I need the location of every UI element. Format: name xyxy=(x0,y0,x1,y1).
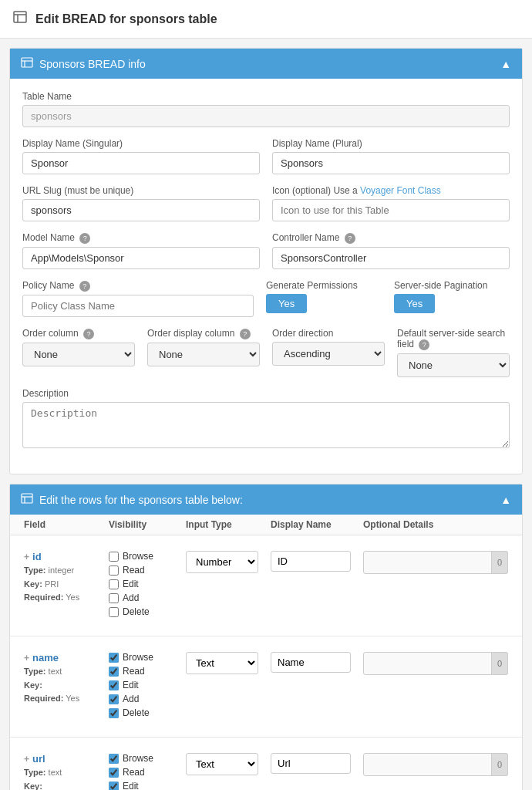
policy-name-input[interactable] xyxy=(22,295,254,317)
visibility-browse-label: Browse xyxy=(123,551,153,562)
display-name-singular-group: Display Name (Singular) xyxy=(22,138,260,174)
visibility-edit-checkbox[interactable] xyxy=(109,680,119,690)
order-display-column-help-icon[interactable]: ? xyxy=(240,329,251,339)
edit-rows-icon xyxy=(21,492,33,507)
field-input-type-col: NumberTextTextAreaCheckboxImage xyxy=(180,652,264,674)
field-row: + id Type: integer Key: PRI Required: Ye… xyxy=(10,535,522,636)
visibility-edit-item: Edit xyxy=(109,781,173,790)
input-type-select[interactable]: NumberTextTextAreaCheckboxImage xyxy=(186,753,258,775)
field-name-col: + url Type: text Key: Required: Yes xyxy=(18,753,103,790)
visibility-read-label: Read xyxy=(123,565,145,576)
optional-detail-expand-btn[interactable]: 0 xyxy=(491,551,508,574)
order-direction-select[interactable]: Ascending Descending xyxy=(272,342,385,366)
order-column-help-icon[interactable]: ? xyxy=(83,329,94,339)
display-name-input[interactable] xyxy=(271,551,351,572)
description-group: Description xyxy=(22,388,510,451)
edit-rows-header[interactable]: Edit the rows for the sponsors table bel… xyxy=(10,484,522,515)
edit-rows-card: Edit the rows for the sponsors table bel… xyxy=(9,484,523,790)
visibility-edit-item: Edit xyxy=(109,579,173,589)
field-display-name-col xyxy=(264,551,357,572)
edit-rows-collapse-icon: ▲ xyxy=(500,494,511,506)
visibility-add-checkbox[interactable] xyxy=(109,593,119,603)
url-slug-input[interactable] xyxy=(22,199,260,221)
server-side-pagination-label: Server-side Pagination xyxy=(394,280,510,291)
field-plus-icon[interactable]: + xyxy=(24,754,29,765)
display-name-input[interactable] xyxy=(271,753,351,774)
voyager-font-link[interactable]: Voyager Font Class xyxy=(360,185,441,196)
controller-name-help-icon[interactable]: ? xyxy=(345,233,355,244)
page-header: Edit BREAD for sponsors table xyxy=(0,0,532,39)
default-search-field-select[interactable]: None xyxy=(397,353,510,377)
field-plus-icon[interactable]: + xyxy=(24,653,29,663)
bread-table-header: Field Visibility Input Type Display Name… xyxy=(10,515,522,535)
visibility-edit-checkbox[interactable] xyxy=(109,579,119,589)
generate-permissions-button[interactable]: Yes xyxy=(266,294,307,313)
field-visibility-col: Browse Read Edit Add Delete xyxy=(103,753,180,790)
svg-rect-3 xyxy=(22,58,32,67)
field-meta: Type: integer Key: PRI Required: Yes xyxy=(24,564,96,605)
field-visibility-col: Browse Read Edit Add Delete xyxy=(103,551,180,620)
icon-input[interactable] xyxy=(272,199,510,221)
visibility-browse-checkbox[interactable] xyxy=(109,653,119,663)
visibility-read-item: Read xyxy=(109,565,173,576)
field-optional-col: 0 xyxy=(357,753,514,776)
display-name-singular-input[interactable] xyxy=(22,152,260,174)
visibility-browse-item: Browse xyxy=(109,753,173,764)
svg-rect-0 xyxy=(14,12,26,22)
field-rows-container: + id Type: integer Key: PRI Required: Ye… xyxy=(10,535,522,790)
model-name-help-icon[interactable]: ? xyxy=(79,233,90,244)
visibility-delete-label: Delete xyxy=(123,707,150,718)
optional-detail-expand-btn[interactable]: 0 xyxy=(491,753,508,776)
field-optional-col: 0 xyxy=(357,652,514,675)
visibility-browse-checkbox[interactable] xyxy=(109,754,119,764)
description-input[interactable] xyxy=(22,402,510,448)
th-optional-details: Optional Details xyxy=(357,519,514,530)
visibility-delete-label: Delete xyxy=(123,606,150,617)
field-meta: Type: text Key: Required: Yes xyxy=(24,665,96,706)
field-plus-icon[interactable]: + xyxy=(24,552,29,562)
policy-name-help-icon[interactable]: ? xyxy=(79,281,90,292)
model-name-input[interactable] xyxy=(22,247,260,269)
order-column-select[interactable]: None xyxy=(22,343,135,366)
input-type-select[interactable]: NumberTextTextAreaCheckboxImage xyxy=(186,551,258,573)
server-side-pagination-button[interactable]: Yes xyxy=(394,294,435,313)
order-fields-row: Order column ? None Order display column… xyxy=(22,328,510,388)
visibility-delete-checkbox[interactable] xyxy=(109,607,119,617)
input-type-select[interactable]: NumberTextTextAreaCheckboxImage xyxy=(186,652,258,674)
icon-group: Icon (optional) Use a Voyager Font Class xyxy=(272,185,510,221)
display-name-plural-input[interactable] xyxy=(272,152,510,174)
order-column-label: Order column ? xyxy=(22,328,135,339)
optional-detail-box: 0 xyxy=(363,753,508,776)
controller-name-input[interactable] xyxy=(272,247,510,269)
description-label: Description xyxy=(22,388,510,399)
field-visibility-col: Browse Read Edit Add Delete xyxy=(103,652,180,721)
field-name-label: + url xyxy=(24,753,96,765)
visibility-read-label: Read xyxy=(123,767,145,778)
display-name-input[interactable] xyxy=(271,652,351,673)
order-display-column-group: Order display column ? None xyxy=(147,328,260,377)
visibility-edit-checkbox[interactable] xyxy=(109,782,119,791)
optional-detail-expand-btn[interactable]: 0 xyxy=(491,652,508,675)
controller-name-label: Controller Name ? xyxy=(272,232,510,244)
field-name-col: + id Type: integer Key: PRI Required: Ye… xyxy=(18,551,103,605)
th-field: Field xyxy=(18,519,103,530)
visibility-read-checkbox[interactable] xyxy=(109,667,119,677)
order-display-column-label: Order display column ? xyxy=(147,328,260,339)
url-slug-label: URL Slug (must be unique) xyxy=(22,185,260,196)
visibility-delete-item: Delete xyxy=(109,707,173,718)
visibility-read-checkbox[interactable] xyxy=(109,565,119,576)
visibility-browse-checkbox[interactable] xyxy=(109,552,119,562)
default-search-field-help-icon[interactable]: ? xyxy=(419,339,429,350)
visibility-browse-label: Browse xyxy=(123,652,153,663)
visibility-edit-label: Edit xyxy=(123,579,139,589)
visibility-read-checkbox[interactable] xyxy=(109,768,119,778)
display-name-plural-group: Display Name (Plural) xyxy=(272,138,510,174)
field-input-type-col: NumberTextTextAreaCheckboxImage xyxy=(180,753,264,775)
order-display-column-select[interactable]: None xyxy=(147,343,260,366)
visibility-delete-checkbox[interactable] xyxy=(109,708,119,718)
visibility-add-checkbox[interactable] xyxy=(109,694,119,704)
order-direction-label: Order direction xyxy=(272,328,385,339)
sponsors-info-header[interactable]: Sponsors BREAD info ▲ xyxy=(10,49,522,79)
visibility-add-item: Add xyxy=(109,592,173,603)
default-search-field-label: Default server-side search field ? xyxy=(397,328,510,350)
